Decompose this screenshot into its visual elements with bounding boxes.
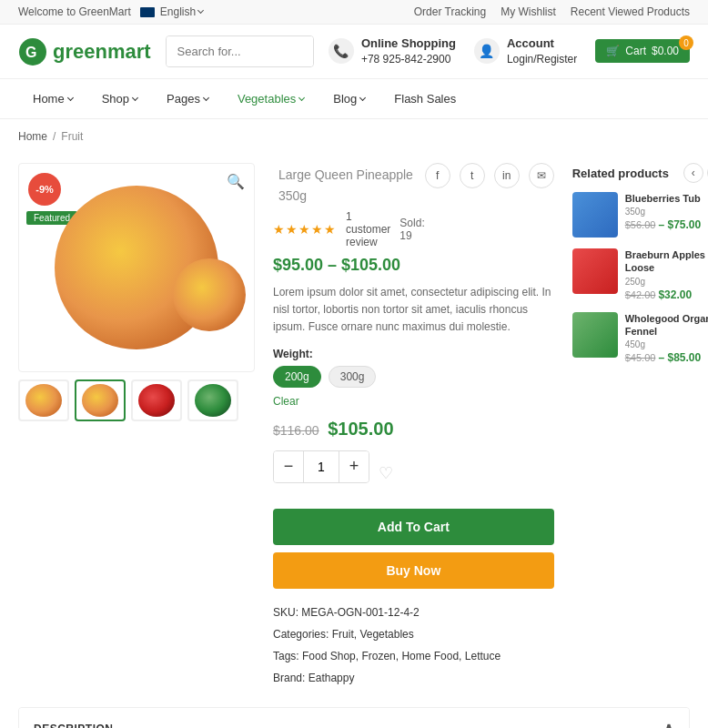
search-input[interactable] <box>167 36 314 66</box>
qty-input[interactable] <box>303 451 339 482</box>
description-header[interactable]: DESCRIPTION ∧ <box>19 708 689 728</box>
thumbnail-2[interactable] <box>75 379 126 421</box>
nav-blog-label: Blog <box>333 92 357 106</box>
main-nav: Home Shop Pages Vegetables Blog Flash Sa… <box>0 79 708 119</box>
weight-options: 200g 300g <box>273 366 554 388</box>
product-categories: Categories: Fruit, Vegetables <box>273 623 554 645</box>
sale-price: $116.00 $105.00 <box>273 419 554 440</box>
nav-item-flash-sales[interactable]: Flash Sales <box>379 79 470 118</box>
logo-text: greenmart <box>53 40 151 64</box>
account-info[interactable]: 👤 Account Login/Register <box>474 35 577 67</box>
thumb-img-1 <box>25 384 62 417</box>
product-weight-display: 350g <box>278 188 307 203</box>
account-label: Account <box>507 35 577 52</box>
breadcrumb-current: Fruit <box>61 130 83 143</box>
nav-shop-chevron-icon <box>132 94 138 100</box>
sku-value: MEGA-OGN-001-12-4-2 <box>301 606 419 619</box>
logo-icon: G <box>18 37 47 66</box>
brand-value: Eathappy <box>308 672 355 684</box>
collapse-icon[interactable]: ∧ <box>662 719 675 728</box>
related-nav: ‹ › <box>683 163 708 183</box>
site-logo[interactable]: G greenmart <box>18 37 151 66</box>
linkedin-icon[interactable]: in <box>494 163 520 188</box>
breadcrumb-separator: / <box>53 130 56 143</box>
related-name-1: Blueberries Tub <box>625 192 701 205</box>
zoom-icon[interactable]: 🔍 <box>227 173 245 190</box>
nav-item-shop[interactable]: Shop <box>87 79 152 118</box>
search-bar <box>166 35 314 67</box>
product-info: Large Queen Pineapple 350g ★★★★★ 1 custo… <box>273 163 554 689</box>
weight-option-300g[interactable]: 300g <box>329 366 377 388</box>
phone-text: Online Shopping +78 925-842-2900 <box>361 35 456 67</box>
product-details: SKU: MEGA-OGN-001-12-4-2 Categories: Fru… <box>273 602 554 689</box>
brand-label: Brand: <box>273 672 305 684</box>
top-bar-left: Welcome to GreenMart English <box>18 5 203 18</box>
twitter-icon[interactable]: t <box>460 163 485 188</box>
related-prev-button[interactable]: ‹ <box>683 163 703 183</box>
order-tracking-link[interactable]: Order Tracking <box>414 5 486 18</box>
thumbnail-1[interactable] <box>18 379 69 421</box>
social-share: f t in ✉ <box>425 163 554 188</box>
email-icon[interactable]: ✉ <box>529 163 554 188</box>
nav-pages-label: Pages <box>167 92 200 106</box>
nav-home-label: Home <box>33 92 65 106</box>
description-section: DESCRIPTION ∧ Product Description Lorem … <box>18 707 690 728</box>
add-to-cart-button[interactable]: Add To Cart <box>273 509 554 545</box>
related-price-old-2: $42.00 <box>625 289 656 300</box>
product-meta: ★★★★★ 1 customer review Sold: 19 <box>273 210 425 248</box>
thumb-img-4 <box>195 384 231 417</box>
related-price-new-2b: $32.00 <box>658 288 692 301</box>
product-sidebar: Related products ‹ › Blueberries Tub 350… <box>572 163 708 689</box>
related-price-new-1: – $75.00 <box>658 218 701 231</box>
breadcrumb: Home / Fruit <box>0 119 708 154</box>
nav-item-pages[interactable]: Pages <box>152 79 223 118</box>
main-product-image <box>55 186 218 349</box>
thumb-img-3 <box>138 384 175 417</box>
price-range: $95.00 – $105.00 <box>273 256 554 275</box>
related-item-2[interactable]: Braeburn Apples Loose 250g $42.00 $32.00 <box>572 248 708 301</box>
tags-label: Tags: <box>273 650 299 662</box>
buy-now-button[interactable]: Buy Now <box>273 552 554 589</box>
weight-option-200g[interactable]: 200g <box>273 366 321 388</box>
nav-item-blog[interactable]: Blog <box>319 79 379 118</box>
related-price-new-3: – $85.00 <box>658 351 701 364</box>
breadcrumb-home[interactable]: Home <box>18 130 47 143</box>
related-price-old-3: $45.00 <box>625 352 656 363</box>
reviews-link[interactable]: 1 customer review <box>346 210 390 248</box>
categories-label: Categories: <box>273 628 329 641</box>
product-title-area: Large Queen Pineapple 350g ★★★★★ 1 custo… <box>273 163 425 256</box>
related-item-1[interactable]: Blueberries Tub 350g $56.00 – $75.00 <box>572 192 708 238</box>
qty-increase-button[interactable]: + <box>339 451 369 482</box>
account-icon: 👤 <box>474 38 500 64</box>
related-item-3[interactable]: Wholegood Organic Fennel 450g $45.00 – $… <box>572 312 708 365</box>
sold-count: Sold: 19 <box>400 217 424 242</box>
language-chevron-icon <box>197 7 204 14</box>
clear-link[interactable]: Clear <box>273 395 554 408</box>
product-area: -9% Featured 🔍 Large Queen Pinea <box>0 154 708 707</box>
thumbnail-3[interactable] <box>131 379 182 421</box>
cart-button[interactable]: 0 🛒 Cart $0.00 <box>595 39 690 63</box>
nav-shop-label: Shop <box>102 92 129 106</box>
nav-item-vegetables[interactable]: Vegetables <box>223 79 319 118</box>
current-price: $105.00 <box>328 419 393 439</box>
related-title-text: Related products <box>572 167 669 180</box>
welcome-text: Welcome to GreenMart <box>18 5 131 18</box>
nav-vegetables-chevron-icon <box>298 94 305 100</box>
original-price: $116.00 <box>273 423 319 438</box>
thumbnail-4[interactable] <box>187 379 238 421</box>
wishlist-icon[interactable]: ♡ <box>379 463 393 483</box>
nav-pages-chevron-icon <box>203 94 209 100</box>
related-name-2: Braeburn Apples Loose <box>625 248 708 275</box>
top-bar-right: Order Tracking My Wishlist Recent Viewed… <box>414 5 690 18</box>
recent-products-link[interactable]: Recent Viewed Products <box>571 5 690 18</box>
qty-decrease-button[interactable]: − <box>274 451 303 482</box>
facebook-icon[interactable]: f <box>425 163 450 188</box>
nav-blog-chevron-icon <box>359 94 366 100</box>
phone-label: Online Shopping <box>361 35 456 52</box>
cart-price: $0.00 <box>652 45 679 57</box>
wishlist-link[interactable]: My Wishlist <box>501 5 556 18</box>
sku-label: SKU: <box>273 606 298 619</box>
language-selector[interactable]: English <box>140 5 203 18</box>
product-brand: Brand: Eathappy <box>273 667 554 689</box>
nav-item-home[interactable]: Home <box>18 79 87 118</box>
